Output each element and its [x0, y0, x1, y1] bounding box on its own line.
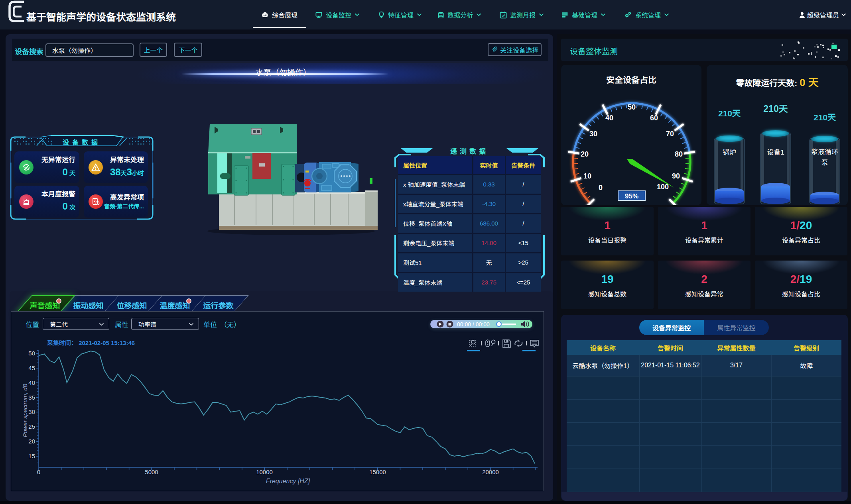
svg-text:0: 0	[599, 184, 603, 192]
svg-text:20: 20	[581, 150, 589, 158]
svg-text:70: 70	[666, 130, 674, 138]
svg-text:30: 30	[28, 408, 35, 415]
svg-text:100: 100	[657, 183, 669, 191]
svg-text:Frequency [HZ]: Frequency [HZ]	[266, 478, 310, 484]
svg-text:60: 60	[650, 114, 658, 122]
svg-text:15: 15	[28, 453, 35, 459]
svg-text:5000: 5000	[145, 469, 158, 475]
svg-text:20: 20	[28, 438, 35, 445]
svg-text:30: 30	[589, 130, 597, 138]
svg-text:20000: 20000	[482, 469, 499, 475]
svg-text:90: 90	[672, 172, 680, 180]
svg-text:50: 50	[28, 350, 35, 357]
svg-text:80: 80	[675, 150, 683, 158]
svg-text:25: 25	[28, 423, 35, 430]
svg-text:40: 40	[605, 114, 613, 122]
svg-text:Power spectrum, dB: Power spectrum, dB	[22, 383, 28, 437]
svg-text:设备数据: 设备数据	[63, 139, 101, 146]
svg-text:35: 35	[28, 394, 35, 401]
svg-text:15000: 15000	[369, 469, 386, 475]
svg-text:10: 10	[583, 172, 591, 180]
svg-text:45: 45	[28, 365, 35, 371]
svg-text:10000: 10000	[256, 469, 273, 475]
svg-text:50: 50	[628, 103, 636, 111]
svg-text:0: 0	[37, 469, 40, 475]
svg-text:采集时间： 2021-02-05 15:13:46: 采集时间： 2021-02-05 15:13:46	[47, 339, 135, 346]
svg-text:40: 40	[28, 379, 35, 386]
svg-text:95%: 95%	[625, 192, 638, 200]
